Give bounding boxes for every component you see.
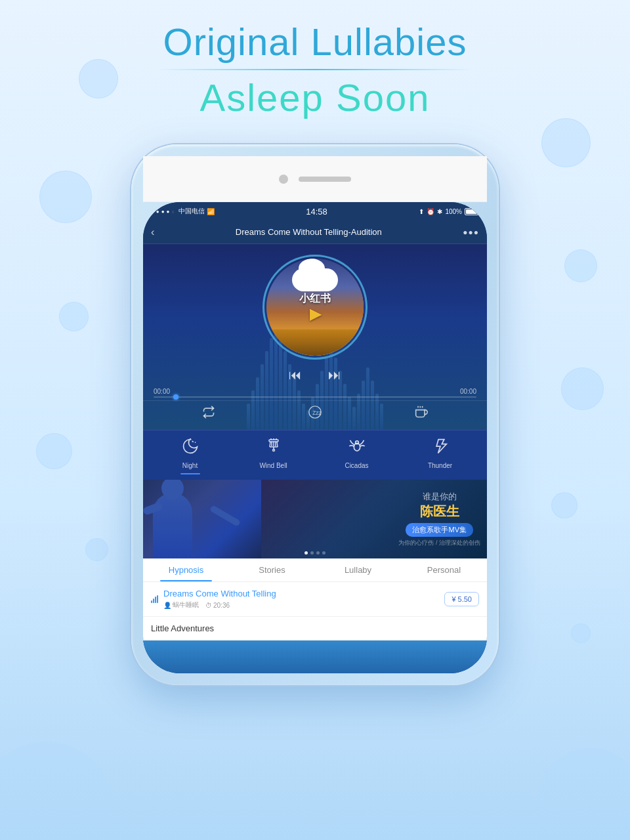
song-user-1: 👤 蜗牛睡眠: [163, 600, 199, 610]
bubble-9: [551, 492, 578, 518]
windbell-icon: [265, 437, 282, 459]
nav-bar: ‹ Dreams Come Without Telling-Audition ●…: [143, 220, 487, 244]
singer-area: [143, 480, 261, 558]
bottom-icons-row: Zzz: [143, 400, 487, 423]
album-water: [266, 329, 364, 356]
thunder-icon: [431, 437, 450, 459]
title-divider: [158, 69, 472, 70]
back-button[interactable]: ‹: [151, 226, 154, 238]
player-area: 小红书 ▶ ⏮ ⏭ 00:00: [143, 244, 487, 430]
album-cloud: [292, 268, 338, 291]
sound-item-windbell[interactable]: Wind Bell: [251, 437, 297, 469]
wifi-icon: 📶: [207, 208, 215, 215]
clock-icon: ⏱: [205, 602, 212, 609]
sound-item-cicadas[interactable]: Cicadas: [334, 437, 380, 469]
tab-personal[interactable]: Personal: [401, 558, 487, 581]
alarm-icon: ⏰: [427, 208, 434, 215]
song-time-1: ⏱ 20:36: [205, 600, 230, 610]
carrier-text: 中国电信: [178, 207, 205, 216]
progress-dot: [173, 394, 178, 400]
time-row: 00:00 00:00: [154, 388, 476, 395]
progress-track[interactable]: [154, 396, 476, 398]
song-meta-1: 👤 蜗牛睡眠 ⏱ 20:36: [163, 600, 439, 610]
album-container[interactable]: 小红书 ▶: [143, 255, 487, 360]
share-button[interactable]: [415, 406, 428, 419]
more-button[interactable]: ●●●: [463, 228, 479, 237]
bubble-11: [0, 742, 112, 840]
svg-rect-8: [269, 440, 278, 442]
tab-stories-label: Stories: [259, 565, 285, 575]
album-logo: 小红书 ▶: [299, 292, 331, 323]
banner-dot-3: [316, 551, 320, 555]
banner-small: 为你的心疗伤 / 治理深处的创伤: [398, 539, 480, 547]
location-icon: ⬆: [419, 208, 424, 215]
sound-item-night[interactable]: Night: [167, 437, 213, 474]
signal-dot2: ●: [156, 209, 159, 215]
song-price-btn-1[interactable]: ¥ 5.50: [444, 592, 479, 606]
header-section: Original Lullabies Asleep Soon: [0, 0, 630, 119]
bubble-6: [541, 118, 591, 167]
time-start: 00:00: [154, 388, 170, 395]
song-info-2: Little Adventures: [151, 623, 479, 633]
bubble-2: [39, 171, 92, 223]
tab-lullaby-label: Lullaby: [345, 565, 371, 575]
bubble-12: [538, 748, 630, 840]
tab-bar: Hypnosis Stories Lullaby Personal: [143, 558, 487, 582]
app-screen: ● ● ● ● ○ 中国电信 📶 14:58 ⬆ ⏰ ✱ 100%: [143, 202, 487, 673]
nav-title: Dreams Come Without Telling-Audition: [159, 227, 457, 237]
title-line2: Asleep Soon: [0, 75, 630, 119]
banner-dot-2: [310, 551, 314, 555]
tab-hypnosis[interactable]: Hypnosis: [143, 558, 229, 581]
battery-fill: [466, 209, 478, 214]
album-logo-text: 小红书: [299, 292, 331, 306]
banner-main: 陈医生: [398, 503, 480, 520]
tab-hypnosis-label: Hypnosis: [169, 565, 203, 575]
banner-tag: 治愈系歌手MV集: [406, 523, 473, 537]
tab-lullaby[interactable]: Lullaby: [315, 558, 401, 581]
next-button[interactable]: ⏭: [328, 368, 341, 383]
sound-effects-row: Night: [143, 430, 487, 480]
title-line1: Original Lullabies: [0, 20, 630, 64]
song-signal-1: [151, 595, 158, 603]
album-ring: 小红书 ▶: [262, 255, 368, 360]
song-item-2[interactable]: Little Adventures: [143, 617, 487, 640]
tab-stories[interactable]: Stories: [229, 558, 315, 581]
user-icon: 👤: [163, 602, 171, 609]
banner[interactable]: 谁是你的 陈医生 治愈系歌手MV集 为你的心疗伤 / 治理深处的创伤: [143, 480, 487, 558]
bluetooth-icon: ✱: [437, 208, 442, 215]
banner-dots: [304, 551, 326, 555]
play-triangle: ▶: [299, 306, 331, 323]
repeat-button[interactable]: [202, 406, 215, 419]
thunder-label: Thunder: [428, 462, 452, 469]
song-title-1: Dreams Come Without Telling: [163, 589, 439, 598]
cicadas-label: Cicadas: [345, 462, 368, 469]
phone-outer: ● ● ● ● ○ 中国电信 📶 14:58 ⬆ ⏰ ✱ 100%: [131, 144, 499, 685]
signal-dot1: ●: [151, 209, 154, 215]
banner-sub: 谁是你的: [398, 491, 480, 503]
battery-percent: 100%: [445, 208, 462, 215]
signal-dot5: ○: [171, 209, 174, 214]
status-left: ● ● ● ● ○ 中国电信 📶: [151, 207, 215, 216]
bubble-5: [85, 538, 108, 561]
banner-dot-4: [322, 551, 326, 555]
svg-point-18: [355, 441, 358, 444]
sleep-button[interactable]: Zzz: [308, 405, 322, 419]
night-label: Night: [182, 462, 198, 469]
bubble-4: [36, 433, 72, 469]
song-info-1: Dreams Come Without Telling 👤 蜗牛睡眠 ⏱ 20:…: [163, 589, 439, 610]
sound-item-thunder[interactable]: Thunder: [417, 437, 463, 469]
svg-text:Zzz: Zzz: [312, 410, 321, 416]
song-title-2: Little Adventures: [151, 623, 479, 633]
singer-arm2: [209, 505, 241, 527]
night-active-bar: [180, 473, 200, 474]
controls-row: ⏮ ⏭: [143, 365, 487, 385]
camera-dot: [279, 175, 288, 184]
tab-personal-label: Personal: [427, 565, 461, 575]
banner-dot-1: [304, 551, 308, 555]
song-item-1[interactable]: Dreams Come Without Telling 👤 蜗牛睡眠 ⏱ 20:…: [143, 582, 487, 617]
album-art: 小红书 ▶: [266, 259, 364, 356]
prev-button[interactable]: ⏮: [289, 368, 302, 383]
progress-section: 00:00 00:00: [143, 385, 487, 400]
cicadas-icon: [348, 437, 366, 459]
svg-line-10: [277, 442, 278, 447]
